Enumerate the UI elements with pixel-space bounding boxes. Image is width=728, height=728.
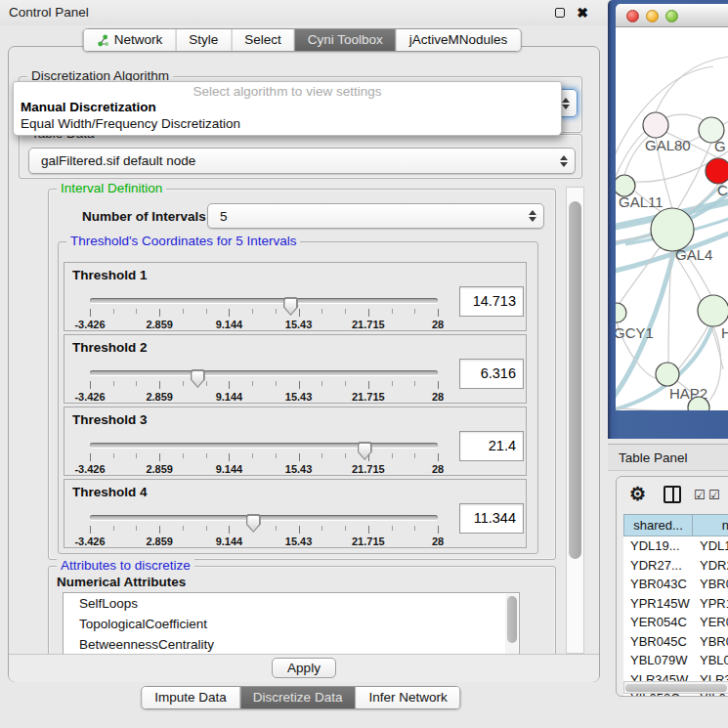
slider-tick-label: -3.426 <box>74 463 105 475</box>
slider-tick <box>183 526 184 531</box>
slider-thumb[interactable] <box>191 369 205 388</box>
tab-style[interactable]: Style <box>176 29 232 51</box>
network-node[interactable] <box>643 112 668 138</box>
table-cell[interactable]: YDL19... <box>623 536 693 556</box>
table-cell[interactable]: YBR045C <box>623 632 693 652</box>
threshold-4-value-field[interactable]: 11.344 <box>459 503 524 534</box>
tab-network[interactable]: Network <box>84 29 177 51</box>
tab-impute-data[interactable]: Impute Data <box>142 687 240 708</box>
tab-jactivemnodules[interactable]: jActiveMNodules <box>397 29 521 51</box>
slider-tick-label: 21.715 <box>352 391 385 403</box>
threshold-4-value: 11.344 <box>474 504 516 533</box>
slider-track[interactable] <box>90 298 438 303</box>
table-row[interactable]: YBL079WYBL0 <box>623 651 728 670</box>
close-traffic-light[interactable] <box>626 10 639 22</box>
threshold-2-slider[interactable]: -3.4262.8599.14415.4321.71528 <box>90 364 438 404</box>
dropdown-option-manual-discretization[interactable]: Manual Discretization <box>21 100 156 114</box>
node-table: shared... na YDL19...YDL1YDR27...YDR2YBR… <box>623 514 728 697</box>
table-cell[interactable]: YPR1 <box>693 594 728 614</box>
close-icon[interactable]: ✖ <box>577 4 588 21</box>
threshold-3-slider[interactable]: -3.4262.8599.14415.4321.71528 <box>90 437 438 476</box>
slider-thumb[interactable] <box>358 442 372 460</box>
list-scrollbar[interactable] <box>505 594 518 654</box>
toolbox-scrollbar-thumb[interactable] <box>569 201 581 559</box>
threshold-1-slider[interactable]: -3.4262.8599.14415.4321.71528 <box>90 292 438 331</box>
network-view-window[interactable]: GAL80GCGAL11GAL4GCY1HHAP2 <box>608 0 728 439</box>
slider-tick <box>136 453 137 458</box>
network-node-label: GAL4 <box>675 246 712 263</box>
toolbox-tab-bar: Network Style Select Cyni Toolbox jActiv… <box>83 28 522 52</box>
slider-tick-label: 28 <box>432 535 444 547</box>
slider-tick <box>159 453 160 461</box>
tab-infer-network-label: Infer Network <box>368 687 447 708</box>
table-h-scrollbar[interactable] <box>623 681 728 694</box>
threshold-2-value-field[interactable]: 6.316 <box>459 359 524 389</box>
slider-tick <box>206 453 207 458</box>
table-cell[interactable]: YBL0 <box>693 651 728 670</box>
network-node[interactable] <box>698 295 728 326</box>
table-cell[interactable]: YBR0 <box>693 632 728 652</box>
threshold-1-value-field[interactable]: 14.713 <box>459 286 524 317</box>
table-row[interactable]: YDL19...YDL1 <box>623 536 728 556</box>
numerical-attributes-list[interactable]: SelfLoopsTopologicalCoefficientBetweenne… <box>63 592 520 654</box>
table-row[interactable]: YBR043CYBR0 <box>623 575 728 594</box>
toolbox-scrollbar[interactable] <box>566 187 584 654</box>
table-row[interactable]: YER054CYER0 <box>623 613 728 632</box>
column-header-name[interactable]: na <box>693 514 728 536</box>
table-data-combobox[interactable]: galFiltered.sif default node <box>28 148 576 174</box>
tab-select[interactable]: Select <box>232 29 295 51</box>
table-cell[interactable]: YBR043C <box>623 575 693 594</box>
zoom-traffic-light[interactable] <box>665 10 678 22</box>
split-columns-icon[interactable] <box>664 486 681 503</box>
network-node[interactable] <box>616 303 626 322</box>
attribute-list-item[interactable]: SelfLoops <box>64 593 519 614</box>
network-node-label: C <box>717 182 728 198</box>
list-scrollbar-thumb[interactable] <box>507 596 517 643</box>
table-row[interactable]: YPR145WYPR1 <box>623 594 728 614</box>
slider-tick <box>183 453 184 458</box>
slider-track[interactable] <box>90 515 438 520</box>
tab-discretize-data[interactable]: Discretize Data <box>240 687 357 708</box>
float-window-icon[interactable] <box>555 8 565 18</box>
slider-tick <box>90 526 91 534</box>
table-cell[interactable]: YER0 <box>693 613 728 632</box>
threshold-3-value-field[interactable]: 21.4 <box>459 431 524 461</box>
node-table-body: YDL19...YDL1YDR27...YDR2YBR043CYBR0YPR14… <box>623 536 728 697</box>
slider-tick <box>183 381 184 386</box>
number-of-intervals-combobox[interactable]: 5 <box>207 203 544 229</box>
table-cell[interactable]: YPR145W <box>623 594 693 614</box>
table-cell[interactable]: YDR27... <box>623 556 693 576</box>
threshold-4-slider[interactable]: -3.4262.8599.14415.4321.71528 <box>90 509 438 548</box>
slider-tick-label: 2.859 <box>146 463 173 475</box>
dropdown-option-equal-width-frequency[interactable]: Equal Width/Frequency Discretization <box>21 116 240 131</box>
column-header-shared[interactable]: shared... <box>623 514 693 536</box>
network-canvas[interactable]: GAL80GCGAL11GAL4GCY1HHAP2 <box>616 27 728 410</box>
network-node[interactable] <box>651 208 694 251</box>
table-cell[interactable]: YER054C <box>623 613 693 632</box>
checkbox-icon[interactable]: ☑ <box>694 488 706 502</box>
tab-cyni-toolbox[interactable]: Cyni Toolbox <box>295 29 397 51</box>
slider-track[interactable] <box>90 370 438 375</box>
table-cell[interactable]: YBL079W <box>623 651 693 670</box>
gear-icon[interactable]: ⚙ <box>629 483 646 505</box>
attribute-list-item[interactable]: TopologicalCoefficient <box>64 614 519 634</box>
slider-thumb[interactable] <box>283 297 298 316</box>
table-cell[interactable]: YDL1 <box>693 536 728 556</box>
checkbox-icon[interactable]: ☑ <box>708 488 720 502</box>
attribute-list-item[interactable]: BetweennessCentrality <box>64 634 519 654</box>
network-node[interactable] <box>656 363 679 386</box>
slider-thumb[interactable] <box>246 514 261 533</box>
apply-button[interactable]: Apply <box>272 658 336 678</box>
slider-track[interactable] <box>90 443 438 448</box>
table-row[interactable]: YDR27...YDR2 <box>623 556 728 576</box>
minimize-traffic-light[interactable] <box>646 10 659 22</box>
interval-definition-group-title: Interval Definition <box>57 181 166 195</box>
threshold-1-value: 14.713 <box>473 287 516 316</box>
table-cell[interactable]: YDR2 <box>693 556 728 576</box>
table-h-scrollbar-thumb[interactable] <box>625 684 727 692</box>
network-node[interactable] <box>706 158 728 184</box>
table-cell[interactable]: YBR0 <box>693 575 728 594</box>
table-row[interactable]: YBR045CYBR0 <box>623 632 728 652</box>
tab-infer-network[interactable]: Infer Network <box>356 687 459 708</box>
slider-tick <box>345 453 346 458</box>
